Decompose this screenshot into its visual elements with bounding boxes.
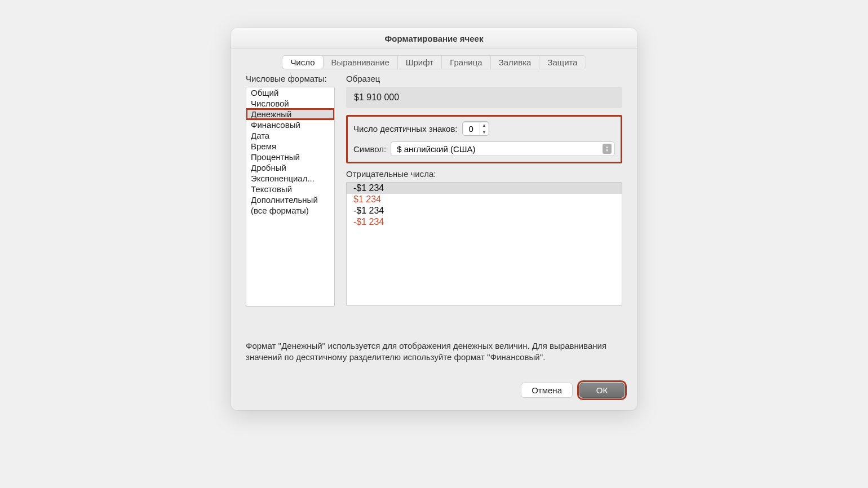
- negative-option[interactable]: -$1 234: [347, 205, 622, 216]
- sample-label: Образец: [346, 74, 622, 83]
- category-item-currency[interactable]: Денежный: [246, 109, 334, 119]
- ok-button[interactable]: ОК: [579, 383, 625, 398]
- dialog-title: Форматирование ячеек: [231, 28, 637, 49]
- negative-option[interactable]: -$1 234: [347, 216, 622, 228]
- category-item[interactable]: Общий: [246, 87, 334, 98]
- decimals-stepper[interactable]: ▲ ▼: [462, 121, 489, 136]
- format-description: Формат ''Денежный'' используется для ото…: [246, 340, 622, 363]
- stepper-up-icon[interactable]: ▲: [480, 122, 489, 128]
- stepper-down-icon[interactable]: ▼: [480, 128, 489, 135]
- tab-alignment[interactable]: Выравнивание: [324, 56, 398, 69]
- category-item[interactable]: Процентный: [246, 152, 334, 162]
- dialog-buttons: Отмена ОК: [231, 374, 637, 410]
- decimals-label: Число десятичных знаков:: [353, 124, 458, 134]
- category-item[interactable]: Финансовый: [246, 119, 334, 130]
- category-item[interactable]: (все форматы): [246, 205, 334, 216]
- tab-font[interactable]: Шрифт: [398, 56, 442, 69]
- decimals-input[interactable]: [463, 124, 480, 134]
- category-item[interactable]: Экспоненциал...: [246, 173, 334, 184]
- category-item[interactable]: Время: [246, 141, 334, 152]
- currency-options-panel: Число десятичных знаков: ▲ ▼ Символ:: [346, 115, 622, 163]
- negative-option[interactable]: $1 234: [347, 194, 622, 205]
- tab-fill[interactable]: Заливка: [491, 56, 540, 69]
- dropdown-chevron-icon: ▲▼: [603, 144, 612, 154]
- symbol-label: Символ:: [353, 144, 386, 154]
- sample-value: $1 910 000: [346, 87, 622, 108]
- category-item[interactable]: Дата: [246, 130, 334, 141]
- negative-numbers-list[interactable]: -$1 234 $1 234 -$1 234 -$1 234: [346, 182, 622, 306]
- tab-bar: Число Выравнивание Шрифт Граница Заливка…: [231, 49, 637, 69]
- category-item[interactable]: Текстовый: [246, 184, 334, 194]
- tab-number[interactable]: Число: [282, 56, 323, 69]
- negative-label: Отрицательные числа:: [346, 169, 622, 179]
- tab-protection[interactable]: Защита: [539, 56, 585, 69]
- cancel-button[interactable]: Отмена: [521, 383, 573, 398]
- format-cells-dialog: Форматирование ячеек Число Выравнивание …: [231, 28, 637, 410]
- categories-label: Числовые форматы:: [246, 74, 335, 83]
- negative-option[interactable]: -$1 234: [347, 183, 622, 194]
- tab-border[interactable]: Граница: [442, 56, 491, 69]
- category-item[interactable]: Дополнительный: [246, 194, 334, 205]
- category-item[interactable]: Дробный: [246, 162, 334, 173]
- category-list[interactable]: Общий Числовой Денежный Финансовый Дата …: [246, 87, 335, 307]
- symbol-dropdown[interactable]: $ английский (США) ▲▼: [391, 141, 615, 156]
- symbol-value: $ английский (США): [397, 144, 475, 154]
- category-item[interactable]: Числовой: [246, 98, 334, 109]
